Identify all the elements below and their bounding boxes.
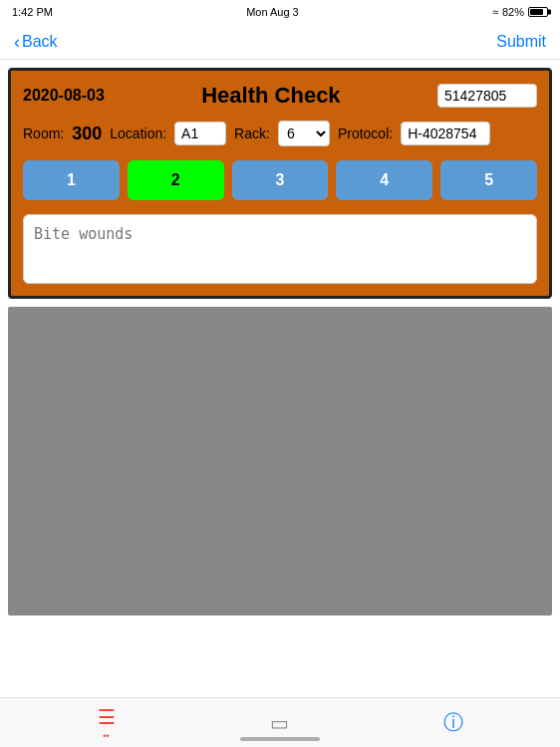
location-label: Location:	[110, 125, 166, 141]
date-label: 2020-08-03	[23, 87, 105, 105]
list-icon: ☰	[98, 705, 116, 729]
room-value: 300	[72, 124, 102, 144]
num-btn-5-label: 5	[484, 171, 493, 189]
info-icon: ⓘ	[443, 709, 463, 736]
center-icon: ▭	[270, 711, 289, 735]
room-row: Room: 300 Location: Rack: 6 1 2 3 4 5 Pr…	[23, 121, 537, 146]
num-btn-5[interactable]: 5	[440, 160, 537, 200]
num-btn-3-label: 3	[276, 171, 285, 189]
bottom-icon-list[interactable]: ☰ ••	[98, 705, 116, 741]
battery-percent: 82%	[502, 6, 524, 18]
bottom-icon-center[interactable]: ▭	[270, 711, 289, 735]
list-icon-label: ••	[103, 731, 109, 741]
protocol-label: Protocol:	[338, 125, 393, 141]
protocol-input[interactable]	[401, 122, 490, 145]
num-btn-4[interactable]: 4	[336, 160, 432, 200]
num-btn-1[interactable]: 1	[23, 160, 120, 200]
submit-label: Submit	[496, 33, 546, 50]
rack-label: Rack:	[234, 125, 270, 141]
status-time: 1:42 PM	[12, 6, 53, 18]
status-day: Mon Aug 3	[246, 6, 299, 18]
gray-area	[8, 307, 552, 616]
bottom-bar: ☰ •• ▭ ⓘ	[0, 697, 560, 747]
back-chevron-icon: ‹	[14, 33, 20, 51]
back-label: Back	[22, 33, 58, 51]
notes-textarea[interactable]	[23, 214, 537, 284]
status-right: ≈ 82%	[492, 6, 548, 18]
num-btn-2[interactable]: 2	[128, 160, 224, 200]
id-input[interactable]	[437, 84, 537, 108]
page-title: Health Check	[201, 83, 340, 109]
location-input[interactable]	[174, 122, 226, 145]
submit-button[interactable]: Submit	[496, 33, 546, 51]
num-btn-4-label: 4	[380, 171, 389, 189]
bottom-icon-info[interactable]: ⓘ	[443, 709, 463, 736]
num-btn-1-label: 1	[67, 171, 76, 189]
nav-bar: ‹ Back Submit	[0, 24, 560, 60]
health-check-form: 2020-08-03 Health Check Room: 300 Locati…	[8, 68, 552, 299]
number-buttons-row: 1 2 3 4 5	[23, 160, 537, 200]
battery-icon	[528, 7, 548, 17]
wifi-icon: ≈	[492, 6, 498, 18]
num-btn-2-label: 2	[171, 171, 180, 189]
num-btn-3[interactable]: 3	[232, 160, 329, 200]
room-label: Room:	[23, 125, 64, 141]
battery-fill	[530, 9, 544, 15]
back-button[interactable]: ‹ Back	[14, 33, 58, 51]
header-row: 2020-08-03 Health Check	[23, 83, 537, 109]
rack-select[interactable]: 6 1 2 3 4 5	[278, 121, 330, 146]
status-bar: 1:42 PM Mon Aug 3 ≈ 82%	[0, 0, 560, 24]
home-indicator	[240, 737, 320, 741]
